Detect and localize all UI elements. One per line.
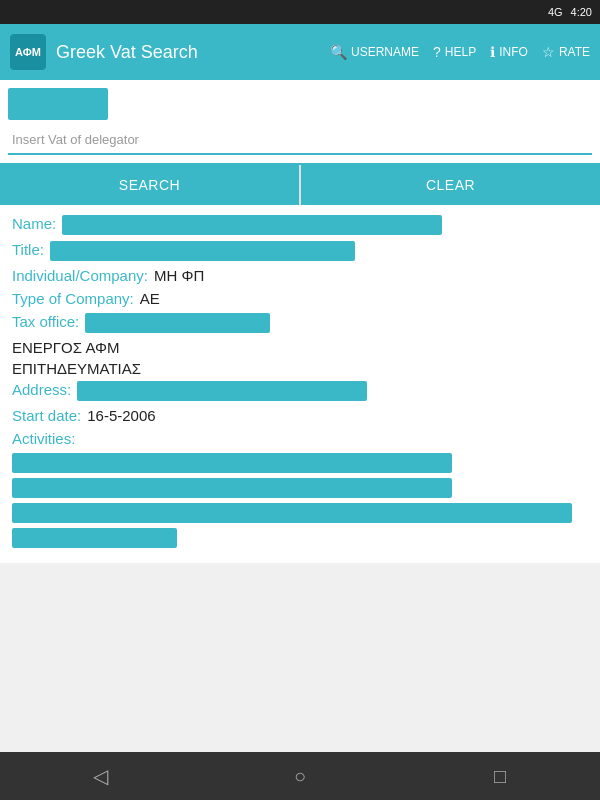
start-date-value: 16-5-2006 bbox=[87, 407, 155, 424]
individual-company-label: Individual/Company: bbox=[12, 267, 148, 284]
username-label: USERNAME bbox=[351, 45, 419, 59]
address-value-bar bbox=[77, 381, 367, 401]
address-row: Address: bbox=[12, 381, 588, 401]
info-action[interactable]: ℹ INFO bbox=[490, 44, 528, 60]
type-of-company-label: Type of Company: bbox=[12, 290, 134, 307]
signal-indicator: 4G bbox=[548, 6, 563, 18]
type-of-company-value: ΑΕ bbox=[140, 290, 160, 307]
time-display: 4:20 bbox=[571, 6, 592, 18]
rate-action[interactable]: ☆ RATE bbox=[542, 44, 590, 60]
start-date-label: Start date: bbox=[12, 407, 81, 424]
activities-label: Activities: bbox=[12, 430, 75, 447]
clear-button[interactable]: Clear bbox=[301, 165, 600, 205]
tax-office-row: Tax office: bbox=[12, 313, 588, 333]
search-icon: 🔍 bbox=[330, 44, 347, 60]
app-bar: ΑΦΜ Greek Vat Search 🔍 USERNAME ? HELP ℹ… bbox=[0, 24, 600, 80]
address-label: Address: bbox=[12, 381, 71, 398]
button-row: Search Clear bbox=[0, 165, 600, 205]
star-icon: ☆ bbox=[542, 44, 555, 60]
start-date-row: Start date: 16-5-2006 bbox=[12, 407, 588, 424]
individual-company-row: Individual/Company: ΜΗ ΦΠ bbox=[12, 267, 588, 284]
search-button[interactable]: Search bbox=[0, 165, 301, 205]
bottom-nav: ◁ ○ □ bbox=[0, 752, 600, 800]
title-value-bar bbox=[50, 241, 355, 261]
back-icon: ◁ bbox=[93, 764, 108, 788]
results-area: Name: Title: Individual/Company: ΜΗ ΦΠ T… bbox=[0, 205, 600, 563]
type-of-company-row: Type of Company: ΑΕ bbox=[12, 290, 588, 307]
rate-label: RATE bbox=[559, 45, 590, 59]
activities-block bbox=[12, 453, 588, 548]
help-icon: ? bbox=[433, 44, 441, 60]
title-row: Title: bbox=[12, 241, 588, 261]
app-icon: ΑΦΜ bbox=[10, 34, 46, 70]
activity-bar-3 bbox=[12, 528, 177, 548]
name-label: Name: bbox=[12, 215, 56, 232]
individual-company-value: ΜΗ ΦΠ bbox=[154, 267, 204, 284]
help-action[interactable]: ? HELP bbox=[433, 44, 476, 60]
app-bar-actions: 🔍 USERNAME ? HELP ℹ INFO ☆ RATE bbox=[330, 44, 590, 60]
tax-office-label: Tax office: bbox=[12, 313, 79, 330]
home-button[interactable]: ○ bbox=[270, 756, 330, 796]
back-button[interactable]: ◁ bbox=[70, 756, 130, 796]
recent-button[interactable]: □ bbox=[470, 756, 530, 796]
vat-input[interactable] bbox=[8, 88, 108, 120]
app-title: Greek Vat Search bbox=[56, 42, 320, 63]
delegator-input[interactable] bbox=[8, 126, 592, 155]
info-icon: ℹ bbox=[490, 44, 495, 60]
name-value-bar bbox=[62, 215, 442, 235]
tax-office-value-bar bbox=[85, 313, 270, 333]
activity-bar-1 bbox=[12, 478, 452, 498]
help-label: HELP bbox=[445, 45, 476, 59]
search-area bbox=[0, 80, 600, 165]
status-line-1: ΕΝΕΡΓΟΣ ΑΦΜ bbox=[12, 339, 588, 356]
info-label: INFO bbox=[499, 45, 528, 59]
status-bar: 4G 4:20 bbox=[0, 0, 600, 24]
recent-icon: □ bbox=[494, 765, 506, 788]
username-action[interactable]: 🔍 USERNAME bbox=[330, 44, 419, 60]
title-label: Title: bbox=[12, 241, 44, 258]
status-line-2: ΕΠΙΤΗΔΕΥΜΑΤΙΑΣ bbox=[12, 360, 588, 377]
vat-input-row bbox=[8, 88, 592, 120]
activities-row: Activities: bbox=[12, 430, 588, 447]
name-row: Name: bbox=[12, 215, 588, 235]
activity-bar-0 bbox=[12, 453, 452, 473]
activity-bar-2 bbox=[12, 503, 572, 523]
home-icon: ○ bbox=[294, 765, 306, 788]
